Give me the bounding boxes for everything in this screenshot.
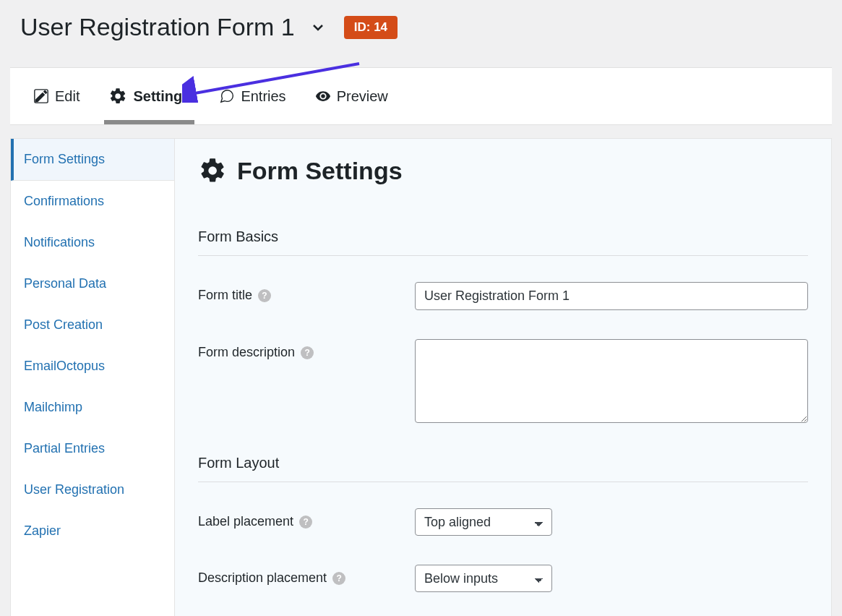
settings-sidebar: Form Settings Confirmations Notification… — [10, 138, 175, 616]
sidebar-item-mailchimp[interactable]: Mailchimp — [11, 387, 174, 428]
sidebar-item-notifications[interactable]: Notifications — [11, 222, 174, 263]
main-title-text: Form Settings — [237, 157, 403, 185]
gears-icon — [108, 87, 127, 106]
eye-icon — [315, 88, 331, 104]
sidebar-item-personal-data[interactable]: Personal Data — [11, 263, 174, 304]
form-switcher-chevron[interactable] — [309, 19, 327, 36]
form-title-input[interactable] — [415, 282, 808, 310]
tab-edit[interactable]: Edit — [30, 68, 82, 124]
field-form-description: Form description ? — [198, 339, 808, 426]
edit-icon — [33, 88, 49, 104]
label-placement-select[interactable]: Top aligned — [415, 508, 552, 536]
section-heading-basics: Form Basics — [198, 228, 808, 256]
main-panel: Form Settings Form Basics Form title ? F… — [175, 138, 832, 616]
help-icon[interactable]: ? — [301, 346, 314, 359]
field-label-placement: Label placement ? Top aligned — [198, 508, 808, 536]
content-layout: Form Settings Confirmations Notification… — [10, 138, 832, 616]
tab-entries[interactable]: Entries — [216, 68, 288, 124]
form-id-badge: ID: 14 — [344, 16, 398, 39]
tab-label: Preview — [337, 88, 388, 105]
sidebar-item-post-creation[interactable]: Post Creation — [11, 304, 174, 346]
section-heading-layout: Form Layout — [198, 455, 808, 482]
help-icon[interactable]: ? — [258, 289, 271, 302]
help-icon[interactable]: ? — [332, 572, 345, 585]
page-header: User Registration Form 1 ID: 14 — [0, 0, 842, 67]
sidebar-item-emailoctopus[interactable]: EmailOctopus — [11, 346, 174, 387]
form-description-label: Form description — [198, 345, 295, 360]
chevron-down-icon — [309, 19, 327, 36]
tab-settings[interactable]: Settings — [106, 68, 193, 124]
help-icon[interactable]: ? — [299, 516, 312, 529]
description-placement-select[interactable]: Below inputs — [415, 565, 552, 592]
tab-label: Settings — [133, 88, 190, 105]
tab-preview[interactable]: Preview — [312, 68, 391, 124]
form-description-textarea[interactable] — [415, 339, 808, 423]
sidebar-item-form-settings[interactable]: Form Settings — [11, 139, 174, 181]
description-placement-label: Description placement — [198, 570, 327, 586]
sidebar-item-user-registration[interactable]: User Registration — [11, 469, 174, 510]
main-title: Form Settings — [198, 156, 808, 185]
gears-icon — [198, 156, 227, 185]
field-description-placement: Description placement ? Below inputs — [198, 565, 808, 592]
tab-label: Edit — [55, 88, 80, 105]
speech-bubble-icon — [219, 88, 235, 104]
sidebar-item-partial-entries[interactable]: Partial Entries — [11, 428, 174, 469]
tabs-bar: Edit Settings Entries Preview — [10, 67, 832, 125]
field-form-title: Form title ? — [198, 282, 808, 310]
tab-label: Entries — [241, 88, 285, 105]
label-placement-label: Label placement — [198, 514, 293, 529]
form-title-label: Form title — [198, 288, 252, 303]
sidebar-item-confirmations[interactable]: Confirmations — [11, 181, 174, 222]
page-title: User Registration Form 1 — [20, 13, 295, 41]
sidebar-item-zapier[interactable]: Zapier — [11, 510, 174, 552]
